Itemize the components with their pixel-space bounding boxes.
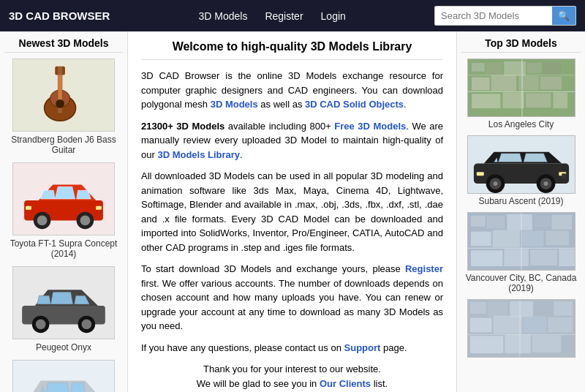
svg-point-14: [80, 216, 91, 226]
vancouver-svg: [468, 213, 575, 271]
svg-rect-55: [476, 172, 483, 176]
svg-rect-30: [471, 62, 484, 71]
svg-rect-77: [510, 301, 533, 317]
svg-rect-67: [546, 230, 569, 245]
svg-rect-76: [487, 302, 507, 317]
model-label: Peugeot Onyx: [36, 342, 91, 353]
svg-rect-78: [535, 302, 552, 314]
model-thumbnail[interactable]: [12, 162, 115, 235]
top-model-thumbnail[interactable]: [467, 135, 575, 194]
para-contact: If you have any questions, please contac…: [141, 341, 443, 355]
city-aerial-svg: [468, 59, 575, 117]
svg-rect-33: [526, 62, 541, 72]
svg-point-8: [56, 99, 64, 108]
suv-svg: [13, 361, 114, 392]
svg-rect-65: [492, 230, 519, 247]
svg-rect-56: [562, 173, 566, 179]
model-thumbnail[interactable]: [12, 266, 115, 339]
brand-logo: 3D CAD BROWSER: [9, 10, 110, 22]
link-solidobjects[interactable]: 3D CAD Solid Objects: [305, 99, 404, 110]
svg-rect-82: [523, 316, 546, 333]
top-model-card: Subaru Ascent (2019): [461, 135, 581, 206]
svg-rect-80: [469, 317, 491, 332]
nav-3dmodels[interactable]: 3D Models: [199, 10, 248, 22]
city4-svg: [468, 300, 575, 358]
svg-rect-40: [502, 92, 524, 108]
svg-rect-79: [554, 301, 573, 316]
svg-rect-36: [491, 75, 516, 91]
link-support[interactable]: Support: [344, 342, 381, 353]
svg-rect-66: [521, 230, 543, 246]
model-thumbnail[interactable]: [12, 59, 115, 132]
svg-rect-62: [534, 215, 550, 227]
welcome-title: Welcome to high-quality 3D Models Librar…: [141, 40, 443, 60]
welcome-panel: Welcome to high-quality 3D Models Librar…: [128, 31, 457, 392]
link-clients[interactable]: Our Clients: [320, 378, 371, 389]
subaru-svg: [468, 136, 575, 194]
svg-rect-69: [504, 249, 529, 266]
svg-rect-63: [551, 215, 572, 230]
guitar-svg: [13, 59, 114, 131]
svg-point-50: [493, 181, 497, 186]
model-card: [4, 360, 123, 392]
para-formats: All downloaded 3D Models can be used in …: [141, 169, 443, 255]
link-library[interactable]: 3D Models Library: [157, 149, 240, 160]
svg-point-12: [37, 216, 48, 226]
svg-rect-83: [548, 317, 573, 332]
svg-rect-35: [471, 77, 489, 90]
svg-rect-85: [505, 334, 531, 353]
newest-models-title: Newest 3D Models: [4, 37, 123, 53]
svg-rect-59: [470, 215, 485, 226]
top-model-card: [461, 299, 581, 360]
header: 3D CAD BROWSER 3D Models Register Login …: [0, 0, 585, 31]
svg-rect-16: [26, 206, 31, 210]
car-red-svg: [13, 163, 114, 235]
para-intro: 3D CAD Browser is the online 3D Models e…: [141, 69, 443, 112]
top-model-label: Los Angeles City: [488, 119, 554, 129]
top-model-card: Vancouver City, BC, Canada (2019): [461, 212, 581, 293]
search-button[interactable]: 🔍: [552, 7, 575, 25]
svg-rect-71: [559, 249, 575, 266]
para-thanks: Thank you for your interest to our websi…: [141, 362, 443, 391]
svg-rect-86: [532, 335, 560, 353]
main-content: Newest 3D Models: [0, 31, 585, 392]
svg-rect-31: [486, 62, 502, 74]
svg-rect-70: [529, 249, 556, 265]
nav-register[interactable]: Register: [265, 10, 303, 22]
svg-point-20: [36, 320, 46, 330]
search-input[interactable]: [435, 7, 552, 24]
svg-rect-41: [525, 93, 551, 108]
svg-rect-60: [486, 215, 505, 228]
top-models-panel: Top 3D Models: [457, 31, 585, 392]
svg-rect-42: [553, 92, 567, 108]
svg-rect-37: [518, 75, 539, 90]
top-model-card: Los Angeles City: [461, 59, 581, 129]
para-register: To start download 3D Models and exchange…: [141, 262, 443, 333]
model-thumbnail[interactable]: [12, 360, 115, 392]
top-model-label: Vancouver City, BC, Canada (2019): [461, 273, 581, 293]
svg-rect-38: [540, 76, 562, 89]
model-card: Peugeot Onyx: [4, 266, 123, 353]
top-model-thumbnail[interactable]: [467, 212, 575, 271]
top-models-title: Top 3D Models: [461, 37, 581, 53]
newest-models-panel: Newest 3D Models: [0, 31, 128, 392]
svg-rect-84: [469, 336, 502, 353]
svg-point-53: [543, 181, 548, 186]
car-dark-svg: [13, 267, 114, 339]
search-bar: 🔍: [434, 6, 576, 26]
model-label: Toyota FT-1 Supra Concept (2014): [4, 238, 123, 259]
top-model-thumbnail[interactable]: [467, 59, 575, 117]
svg-rect-39: [471, 94, 499, 108]
svg-rect-61: [507, 214, 532, 230]
svg-rect-75: [469, 302, 486, 314]
nav-login[interactable]: Login: [321, 10, 346, 22]
svg-rect-81: [493, 315, 521, 333]
top-model-thumbnail[interactable]: [467, 299, 575, 358]
link-free3d[interactable]: Free 3D Models: [334, 121, 406, 132]
link-register[interactable]: Register: [405, 263, 443, 274]
svg-rect-34: [543, 61, 561, 75]
model-card: Toyota FT-1 Supra Concept (2014): [4, 162, 123, 259]
link-3dmodels[interactable]: 3D Models: [211, 99, 258, 110]
svg-point-22: [82, 320, 92, 330]
svg-rect-68: [470, 250, 502, 266]
